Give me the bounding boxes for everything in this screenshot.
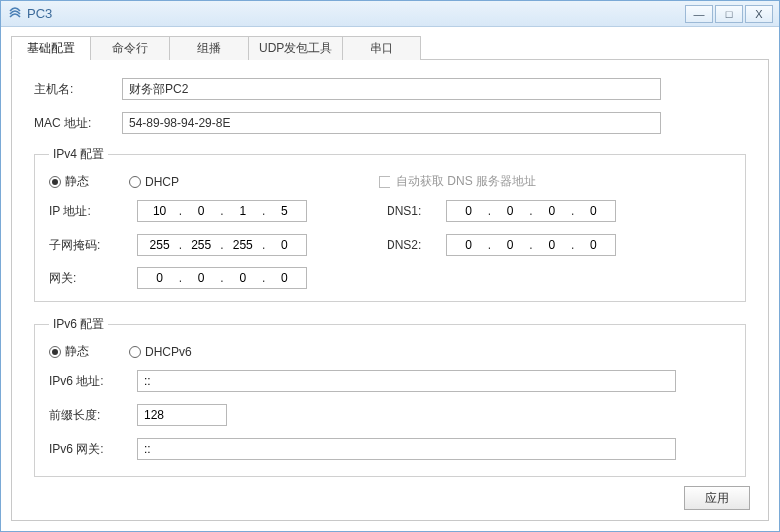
mask-input[interactable]: . . . (137, 234, 307, 256)
gw-label: 网关: (49, 270, 137, 287)
ipv4-grid: IP 地址: . . . DNS1: . . . 子 (49, 200, 731, 289)
gw-input[interactable]: . . . (137, 267, 307, 289)
ipv6-addr-row: IPv6 地址: (49, 370, 731, 392)
app-icon (7, 6, 23, 22)
titlebar: PC3 — □ X (1, 1, 779, 27)
gw-o1[interactable] (148, 270, 172, 286)
dns1-o2[interactable] (498, 203, 522, 219)
ipv6-group: IPv6 配置 静态 DHCPv6 IPv6 地址: 前 (34, 316, 746, 477)
dns2-o4[interactable] (581, 237, 605, 253)
mask-o4[interactable] (272, 237, 296, 253)
gw-o2[interactable] (189, 270, 213, 286)
window-controls: — □ X (683, 5, 773, 23)
ip-o2[interactable] (189, 203, 213, 219)
ip-o1[interactable] (148, 203, 172, 219)
tab-udp[interactable]: UDP发包工具 (248, 36, 343, 60)
gw-o4[interactable] (272, 270, 296, 286)
tab-multicast[interactable]: 组播 (169, 36, 249, 60)
ip-o4[interactable] (272, 203, 296, 219)
hostname-input[interactable] (122, 78, 661, 100)
dns1-o1[interactable] (457, 203, 481, 219)
panel-footer: 应用 (684, 486, 750, 510)
app-window: PC3 — □ X 基础配置 命令行 组播 UDP发包工具 串口 主机名: MA… (0, 0, 780, 532)
ipv6-addr-input[interactable] (137, 370, 676, 392)
ipv6-static-label: 静态 (65, 343, 89, 360)
ipv6-gw-row: IPv6 网关: (49, 438, 731, 460)
ipv4-mode-row: 静态 DHCP 自动获取 DNS 服务器地址 (49, 173, 731, 190)
ipv6-mode-row: 静态 DHCPv6 (49, 343, 731, 360)
dns1-o4[interactable] (581, 203, 605, 219)
dns2-o1[interactable] (457, 237, 481, 253)
hostname-label: 主机名: (34, 81, 122, 98)
mac-input[interactable] (122, 112, 661, 134)
radio-icon (129, 176, 141, 188)
radio-icon (49, 346, 61, 358)
window-title: PC3 (27, 6, 52, 21)
ipv6-addr-label: IPv6 地址: (49, 373, 137, 390)
basic-panel: 主机名: MAC 地址: IPv4 配置 静态 DHCP (11, 60, 769, 521)
ip-input[interactable]: . . . (137, 200, 307, 222)
mac-row: MAC 地址: (34, 112, 746, 134)
dns2-input[interactable]: . . . (446, 234, 616, 256)
ipv6-gw-input[interactable] (137, 438, 676, 460)
mask-o2[interactable] (189, 237, 213, 253)
mask-o1[interactable] (148, 237, 172, 253)
ipv6-prefix-input[interactable] (137, 404, 227, 426)
ipv6-dhcp-label: DHCPv6 (145, 345, 192, 359)
tab-cli[interactable]: 命令行 (90, 36, 170, 60)
auto-dns-label: 自动获取 DNS 服务器地址 (396, 173, 536, 190)
ipv6-prefix-row: 前缀长度: (49, 404, 731, 426)
apply-button[interactable]: 应用 (684, 486, 750, 510)
dns1-input[interactable]: . . . (446, 200, 616, 222)
ipv4-static-radio[interactable]: 静态 (49, 173, 89, 190)
ipv4-group: IPv4 配置 静态 DHCP 自动获取 DNS 服务器地址 (34, 146, 746, 302)
ipv6-prefix-label: 前缀长度: (49, 407, 137, 424)
mask-label: 子网掩码: (49, 237, 137, 254)
ipv6-legend: IPv6 配置 (49, 316, 108, 333)
dns2-o2[interactable] (498, 237, 522, 253)
mask-o3[interactable] (231, 237, 255, 253)
dns1-o3[interactable] (540, 203, 564, 219)
tab-serial[interactable]: 串口 (342, 36, 421, 60)
ipv4-static-label: 静态 (65, 173, 89, 190)
ipv4-dhcp-radio[interactable]: DHCP (129, 175, 179, 189)
ipv6-dhcp-radio[interactable]: DHCPv6 (129, 345, 192, 359)
gw-o3[interactable] (231, 270, 255, 286)
close-button[interactable]: X (745, 5, 773, 23)
auto-dns-check[interactable]: 自动获取 DNS 服务器地址 (379, 173, 536, 190)
radio-icon (129, 346, 141, 358)
ipv6-gw-label: IPv6 网关: (49, 441, 137, 458)
hostname-row: 主机名: (34, 78, 746, 100)
radio-icon (49, 176, 61, 188)
content-area: 基础配置 命令行 组播 UDP发包工具 串口 主机名: MAC 地址: IPv4… (1, 27, 779, 531)
dns2-o3[interactable] (540, 237, 564, 253)
mac-label: MAC 地址: (34, 115, 122, 132)
maximize-button[interactable]: □ (715, 5, 743, 23)
checkbox-icon (379, 176, 390, 188)
ipv4-legend: IPv4 配置 (49, 146, 108, 163)
tab-basic[interactable]: 基础配置 (11, 36, 91, 60)
tab-bar: 基础配置 命令行 组播 UDP发包工具 串口 (11, 35, 769, 60)
minimize-button[interactable]: — (685, 5, 713, 23)
ip-label: IP 地址: (49, 203, 137, 220)
ipv4-dhcp-label: DHCP (145, 175, 179, 189)
ip-o3[interactable] (231, 203, 255, 219)
ipv6-static-radio[interactable]: 静态 (49, 343, 89, 360)
